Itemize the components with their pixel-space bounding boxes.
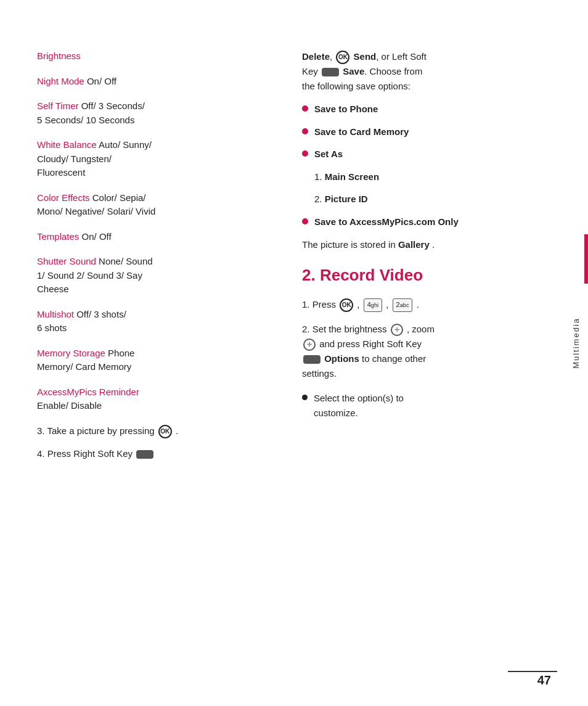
brightness-label: Brightness bbox=[37, 51, 81, 61]
select-option-text: Select the option(s) tocustomize. bbox=[314, 391, 404, 421]
menu-item-multishot: Multishot Off/ 3 shots/6 shots bbox=[37, 308, 277, 335]
zoom-nav-icon bbox=[303, 339, 316, 351]
right-column: Delete, OK Send, or Left Soft Key Save. … bbox=[296, 49, 563, 669]
send-text: Send bbox=[354, 51, 377, 62]
right-soft-key-icon bbox=[136, 450, 153, 459]
ok-button-icon: OK bbox=[158, 425, 172, 438]
multishot-label: Multishot bbox=[37, 309, 74, 319]
bullet-save-phone: Save to Phone bbox=[302, 102, 563, 117]
and-press-text: and press Right Soft Key bbox=[319, 339, 422, 349]
menu-item-brightness: Brightness bbox=[37, 49, 277, 64]
record-step-1: 1. Press OK , 4 ghi , 2 abc . bbox=[302, 297, 563, 312]
key-2abc: 2 abc bbox=[393, 298, 413, 312]
templates-options: On/ Off bbox=[82, 231, 112, 242]
ok-icon-step1: OK bbox=[340, 298, 353, 312]
page-number: 47 bbox=[537, 673, 551, 688]
horizontal-rule bbox=[508, 671, 557, 672]
shutter-sound-label: Shutter Sound bbox=[37, 256, 96, 266]
bullet-select-option: Select the option(s) tocustomize. bbox=[302, 391, 563, 421]
bullet-dot-card bbox=[302, 128, 308, 134]
bullet-dot-phone bbox=[302, 105, 308, 112]
save-card-text: Save to Card Memory bbox=[314, 125, 409, 139]
axcess-reminder-label: AxcessMyPics Reminder bbox=[37, 387, 139, 397]
numbered-main-screen: 1. Main Screen bbox=[302, 170, 563, 184]
record-video-heading: 2. Record Video bbox=[302, 266, 563, 285]
left-soft-key-icon bbox=[322, 68, 339, 76]
save-axcess-text: Save to AxcessMyPics.com Only bbox=[314, 215, 459, 229]
save-text: Save bbox=[343, 66, 364, 76]
save-phone-text: Save to Phone bbox=[314, 102, 378, 117]
options-text: Options bbox=[324, 353, 359, 364]
numbered-picture-id: 2. Picture ID bbox=[302, 192, 563, 207]
gallery-pre: The picture is stored in bbox=[302, 239, 396, 250]
key-4ghi: 4 ghi bbox=[364, 298, 382, 312]
sidebar: Multimedia bbox=[563, 0, 588, 706]
bullet-dot-setas bbox=[302, 150, 308, 157]
main-screen-num: 1. bbox=[314, 171, 322, 182]
menu-item-color-effects: Color Effects Color/ Sepia/Mono/ Negativ… bbox=[37, 191, 277, 219]
picture-id-text: Picture ID bbox=[325, 194, 368, 204]
self-timer-label: Self Timer bbox=[37, 101, 79, 111]
bullet-save-axcess: Save to AxcessMyPics.com Only bbox=[302, 215, 563, 229]
menu-item-memory-storage: Memory Storage PhoneMemory/ Card Memory bbox=[37, 347, 277, 374]
gallery-paragraph: The picture is stored in Gallery . bbox=[302, 237, 563, 252]
menu-item-white-balance: White Balance Auto/ Sunny/Cloudy/ Tungst… bbox=[37, 138, 277, 180]
gallery-word: Gallery bbox=[398, 239, 430, 250]
delete-text: Delete bbox=[302, 51, 330, 62]
sidebar-red-bar bbox=[584, 234, 588, 284]
record-steps: 1. Press OK , 4 ghi , 2 abc . 2. Set the… bbox=[302, 297, 563, 421]
step-3: 3. Take a picture by pressing OK . bbox=[37, 424, 277, 438]
step4-text: 4. Press Right Soft Key bbox=[37, 448, 133, 459]
record-step1-num: 1. Press bbox=[302, 299, 338, 310]
memory-storage-label: Memory Storage bbox=[37, 348, 105, 358]
night-mode-label: Night Mode bbox=[37, 76, 84, 86]
record-step2-text: 2. Set the brightness bbox=[302, 324, 390, 334]
axcess-reminder-options: Enable/ Disable bbox=[37, 400, 102, 411]
options-key-icon bbox=[303, 355, 321, 364]
bullet-dot-axcess bbox=[302, 218, 308, 224]
picture-id-num: 2. bbox=[314, 194, 322, 204]
intro-paragraph: Delete, OK Send, or Left Soft Key Save. … bbox=[302, 49, 563, 94]
bullet-circle-select bbox=[302, 395, 308, 400]
menu-item-self-timer: Self Timer Off/ 3 Seconds/5 Seconds/ 10 … bbox=[37, 99, 277, 127]
night-mode-options: On/ Off bbox=[87, 76, 116, 86]
bullet-save-card: Save to Card Memory bbox=[302, 125, 563, 139]
menu-item-axcess-reminder: AxcessMyPics Reminder Enable/ Disable bbox=[37, 385, 277, 413]
page-container: Brightness Night Mode On/ Off Self Timer… bbox=[0, 0, 588, 706]
color-effects-label: Color Effects bbox=[37, 192, 90, 203]
left-column: Brightness Night Mode On/ Off Self Timer… bbox=[37, 49, 296, 669]
set-as-text: Set As bbox=[314, 147, 343, 162]
templates-label: Templates bbox=[37, 231, 79, 242]
menu-item-templates: Templates On/ Off bbox=[37, 230, 277, 244]
menu-item-night-mode: Night Mode On/ Off bbox=[37, 75, 277, 89]
gallery-post: . bbox=[432, 239, 435, 250]
step3-text: 3. Take a picture by pressing bbox=[37, 425, 155, 436]
white-balance-label: White Balance bbox=[37, 139, 97, 150]
step-4: 4. Press Right Soft Key bbox=[37, 447, 277, 461]
menu-item-shutter-sound: Shutter Sound None/ Sound1/ Sound 2/ Sou… bbox=[37, 255, 277, 297]
brightness-nav-icon bbox=[391, 324, 403, 336]
main-screen-text: Main Screen bbox=[325, 171, 379, 182]
bullet-set-as: Set As bbox=[302, 147, 563, 162]
record-step-2: 2. Set the brightness , zoom and press R… bbox=[302, 322, 563, 381]
sidebar-label: Multimedia bbox=[571, 318, 581, 369]
ok-icon-send: OK bbox=[336, 51, 349, 64]
